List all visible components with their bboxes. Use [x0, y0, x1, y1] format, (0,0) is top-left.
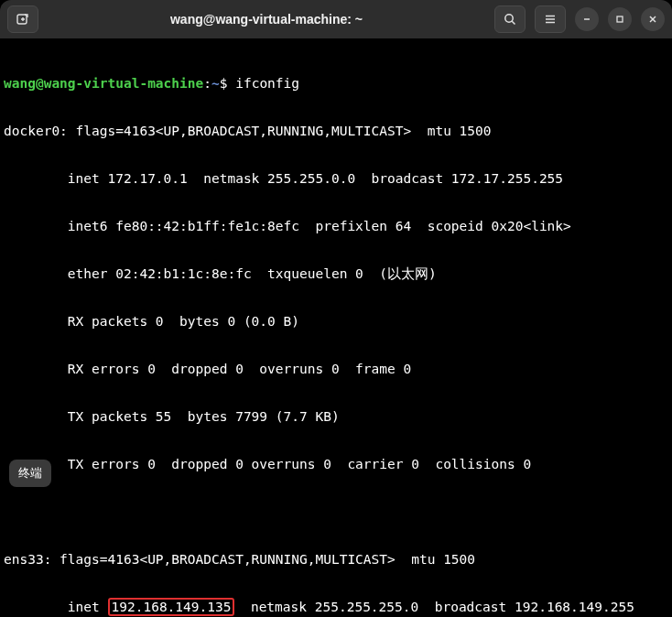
output-line: inet 172.17.0.1 netmask 255.255.0.0 broa… — [4, 167, 668, 190]
prompt-colon: : — [203, 76, 211, 91]
minimize-button[interactable] — [575, 7, 599, 31]
new-tab-button[interactable] — [7, 5, 38, 33]
prompt-dollar: $ — [220, 76, 235, 91]
svg-rect-9 — [617, 16, 623, 22]
inet-prefix: inet — [4, 600, 108, 614]
close-button[interactable] — [641, 7, 665, 31]
prompt-user-host: wang@wang-virtual-machine — [4, 76, 203, 91]
output-line: inet 192.168.149.135 netmask 255.255.255… — [4, 595, 668, 617]
svg-line-4 — [512, 21, 515, 24]
output-line: RX packets 0 bytes 0 (0.0 B) — [4, 309, 668, 333]
blank-line — [4, 500, 668, 524]
close-icon — [648, 15, 657, 24]
svg-point-3 — [505, 15, 513, 22]
output-line: RX errors 0 dropped 0 overruns 0 frame 0 — [4, 357, 668, 381]
titlebar-right — [494, 5, 665, 33]
highlighted-ip: 192.168.149.135 — [108, 598, 235, 616]
minimize-icon — [582, 15, 591, 24]
window-title: wang@wang-virtual-machine: ~ — [44, 12, 489, 27]
terminal-badge[interactable]: 终端 — [9, 460, 51, 487]
maximize-button[interactable] — [608, 7, 632, 31]
maximize-icon — [615, 15, 624, 24]
output-line: TX errors 0 dropped 0 overruns 0 carrier… — [4, 452, 668, 476]
titlebar: wang@wang-virtual-machine: ~ — [0, 0, 672, 38]
hamburger-icon — [544, 13, 557, 26]
prompt-path: ~ — [211, 76, 220, 91]
search-icon — [504, 13, 516, 26]
titlebar-left — [7, 5, 38, 33]
inet-suffix: netmask 255.255.255.0 broadcast 192.168.… — [234, 600, 634, 614]
menu-button[interactable] — [535, 5, 566, 33]
search-button[interactable] — [494, 5, 526, 33]
output-line: ether 02:42:b1:1c:8e:fc txqueuelen 0 (以太… — [4, 262, 668, 286]
output-line: docker0: flags=4163<UP,BROADCAST,RUNNING… — [4, 119, 668, 143]
output-line: ens33: flags=4163<UP,BROADCAST,RUNNING,M… — [4, 547, 668, 571]
output-line: TX packets 55 bytes 7799 (7.7 KB) — [4, 405, 668, 428]
output-line: inet6 fe80::42:b1ff:fe1c:8efc prefixlen … — [4, 214, 668, 238]
command-text: ifconfig — [235, 76, 299, 91]
new-tab-icon — [16, 12, 30, 27]
terminal-output[interactable]: wang@wang-virtual-machine:~$ ifconfig do… — [0, 38, 672, 617]
prompt-line: wang@wang-virtual-machine:~$ ifconfig — [4, 71, 668, 95]
